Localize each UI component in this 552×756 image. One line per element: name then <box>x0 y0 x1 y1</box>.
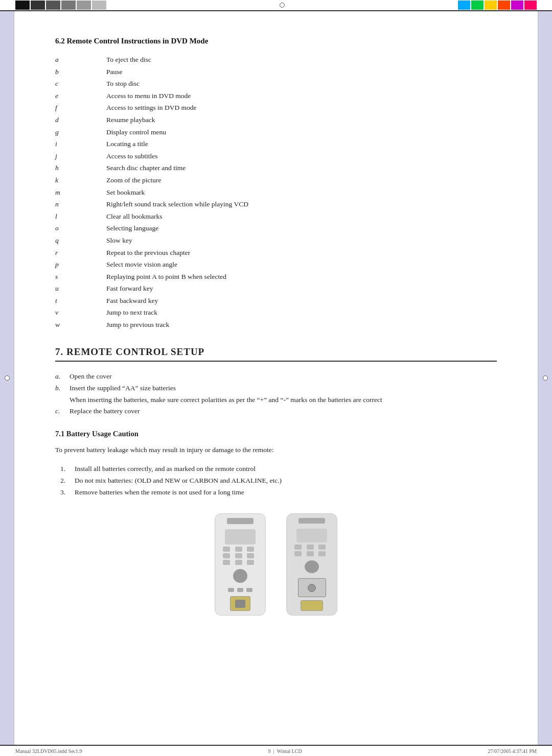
table-row: v Jump to next track <box>55 306 497 319</box>
item-value: Jump to previous track <box>76 319 497 331</box>
color-block-green <box>471 1 484 10</box>
block-1 <box>15 1 30 10</box>
battery-icon <box>235 600 245 608</box>
table-row: f Access to settings in DVD mode <box>55 102 497 114</box>
section-62-heading: 6.2 Remote Control Instructions in DVD M… <box>55 37 497 45</box>
item-key: j <box>55 150 76 162</box>
table-row: g Display control menu <box>55 126 497 138</box>
item-key: n <box>55 198 76 210</box>
item-value: Slow key <box>76 234 497 247</box>
battery-intro: To prevent battery leakage which may res… <box>55 444 497 456</box>
item-num: 1. <box>60 463 75 475</box>
step-letter: b. <box>55 383 70 394</box>
item-value: Repeat to the previous chapter <box>76 247 497 259</box>
item-value: Clear all bookmarks <box>76 210 497 223</box>
step-letter: a. <box>55 371 70 383</box>
item-key: v <box>55 306 76 319</box>
item-value: Zoom of the picture <box>76 174 497 186</box>
setup-steps-list: a. Open the coverb. Insert the supplied … <box>55 371 497 418</box>
item-value: Display control menu <box>76 126 497 138</box>
remote-1-center-btn <box>233 569 247 583</box>
color-block-purple <box>511 1 523 10</box>
item-key: b <box>55 66 76 78</box>
item-key: q <box>55 234 76 247</box>
battery-list: 1. Install all batteries correctly, and … <box>60 463 497 499</box>
item-key: p <box>55 258 76 271</box>
center-dot <box>280 3 285 8</box>
color-block-red <box>498 1 510 10</box>
item-key: d <box>55 114 76 126</box>
main-content: 6.2 Remote Control Instructions in DVD M… <box>14 11 538 745</box>
section-7-title: REMOTE CONTROL SETUP <box>66 346 204 357</box>
top-bar-left-blocks <box>15 1 107 10</box>
table-row: t Fast backward key <box>55 295 497 307</box>
item-value: Right/left sound track selection while p… <box>76 198 497 210</box>
btn-8 <box>235 560 242 565</box>
section-7-number: 7. <box>55 346 63 357</box>
table-row: s Replaying point A to point B when sele… <box>55 271 497 283</box>
item-value: Locating a title <box>76 138 497 150</box>
footer-page-brand: 9 | Wintal LCD <box>268 748 302 754</box>
remote-2-top-strip <box>298 518 325 524</box>
block-3 <box>46 1 60 10</box>
item-value: Search disc chapter and time <box>76 162 497 174</box>
btn-4 <box>223 553 230 558</box>
item-key: g <box>55 126 76 138</box>
table-row: j Access to subtitles <box>55 150 497 162</box>
table-row: d Resume playback <box>55 114 497 126</box>
item-value: Fast backward key <box>76 295 497 307</box>
footer-left-text: Manual 32LDVD05.indd Sec1:9 <box>15 748 82 754</box>
item-key: t <box>55 295 76 307</box>
item-value: Access to menu in DVD mode <box>76 90 497 102</box>
item-key: s <box>55 271 76 283</box>
item-value: Pause <box>76 66 497 78</box>
btn-r2-6 <box>318 551 326 556</box>
item-key: e <box>55 90 76 102</box>
btn-1 <box>223 547 230 552</box>
left-sidebar <box>0 11 14 745</box>
item-key: u <box>55 282 76 295</box>
step-text: Replace the battery cover <box>70 406 497 417</box>
top-bar <box>0 0 552 11</box>
remote-1 <box>215 513 266 616</box>
block-6 <box>92 1 106 10</box>
item-key: m <box>55 186 76 199</box>
item-key: w <box>55 319 76 331</box>
right-sidebar <box>538 11 552 745</box>
remote-1-battery <box>230 596 250 611</box>
item-num: 2. <box>60 475 75 487</box>
list-item: 2. Do not mix batteries: (OLD and NEW or… <box>60 475 497 487</box>
block-5 <box>77 1 91 10</box>
right-sidebar-dot <box>543 375 548 381</box>
item-value: Set bookmark <box>76 186 497 199</box>
sm-btn-2 <box>237 588 243 592</box>
remote-2-battery <box>301 600 323 611</box>
top-bar-center <box>107 3 457 8</box>
btn-6 <box>247 553 254 558</box>
btn-5 <box>235 553 242 558</box>
block-2 <box>31 1 45 10</box>
left-sidebar-dot <box>5 375 10 381</box>
remote-1-bottom-btns <box>228 588 252 592</box>
color-block-yellow <box>485 1 497 10</box>
item-key: o <box>55 222 76 234</box>
item-text: Do not mix batteries: (OLD and NEW or CA… <box>75 475 282 487</box>
dvd-instructions-table: a To eject the disc b Pause c To stop di… <box>55 54 497 331</box>
item-value: Fast forward key <box>76 282 497 295</box>
btn-7 <box>223 560 230 565</box>
color-block-pink <box>524 1 537 10</box>
table-row: c To stop disc <box>55 78 497 90</box>
remote-1-btn-grid <box>223 547 258 565</box>
list-item: a. Open the cover <box>55 371 497 383</box>
table-row: q Slow key <box>55 234 497 247</box>
item-text: Install all batteries correctly, and as … <box>75 463 256 475</box>
item-value: Selecting language <box>76 222 497 234</box>
btn-r2-3 <box>318 545 326 550</box>
color-block-blue <box>458 1 470 10</box>
item-value: Access to subtitles <box>76 150 497 162</box>
remote-2-dpad <box>298 578 326 597</box>
step-text: Open the cover <box>70 371 497 383</box>
step-text: Insert the supplied “AA” size batteriesW… <box>70 383 497 406</box>
list-item: c. Replace the battery cover <box>55 406 497 417</box>
table-row: l Clear all bookmarks <box>55 210 497 223</box>
